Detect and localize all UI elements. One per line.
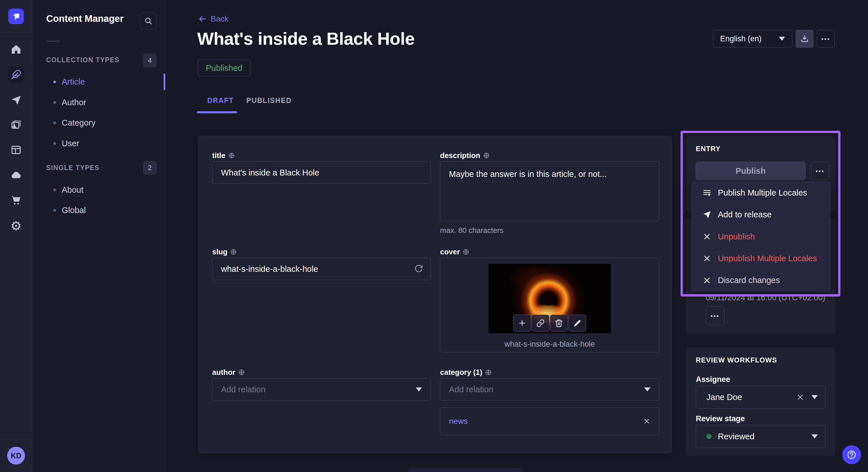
list-plus-icon [702,189,712,197]
globe-icon [485,369,492,376]
regenerate-slug-icon[interactable] [414,264,423,274]
active-item-indicator [164,73,165,90]
category-relation-item: news [440,407,659,435]
question-icon [846,449,857,460]
gear-icon: ⚙ [10,220,22,232]
sidebar-item-releases[interactable] [0,92,32,108]
globe-icon [230,248,237,255]
rail-divider-top [0,32,32,33]
chevron-down-icon [415,387,422,392]
scheduled-more-button[interactable]: ••• [706,306,724,325]
sidebar-item-marketplace[interactable] [0,192,32,208]
help-button[interactable] [842,445,861,464]
description-textarea[interactable]: Maybe the answer is in this article, or … [440,162,659,221]
edit-asset-button[interactable] [568,314,586,332]
cloud-icon [10,169,22,181]
subnav-item-about[interactable]: About [32,180,165,200]
menu-item-unpublish-multiple-locales[interactable]: Unpublish Multiple Locales [691,247,830,269]
assignee-combobox[interactable]: Jane Doe [696,386,826,409]
page-title: What's inside a Black Hole [197,29,414,49]
cross-icon [702,276,712,284]
remove-relation-icon[interactable] [643,417,650,425]
stage-status-dot [706,434,712,439]
globe-icon [228,152,235,159]
single-types-heading: SINGLE TYPES [46,164,99,172]
review-stage-select[interactable]: Reviewed [696,425,826,448]
subnav-item-article[interactable]: Article [32,72,165,92]
tab-published[interactable]: PUBLISHED [246,96,291,105]
entry-heading: ENTRY [696,145,720,153]
link-icon [536,319,545,328]
delete-asset-button[interactable] [550,314,568,332]
menu-item-unpublish[interactable]: Unpublish [691,226,830,247]
sidebar-item-content-manager[interactable] [8,67,24,82]
arrow-left-icon [198,14,207,23]
main-nav-rail: ⚙ KD [0,0,32,472]
sidebar-item-media-library[interactable] [0,117,32,133]
slug-input[interactable]: what-s-inside-a-black-hole [212,258,431,280]
menu-item-publish-multiple-locales[interactable]: Publish Multiple Locales [691,182,830,204]
cross-icon [702,255,712,262]
sidebar-item-cloud[interactable] [0,167,32,183]
entry-more-button[interactable]: ••• [811,162,829,180]
bottom-peek-card [408,468,524,472]
review-workflows-heading: REVIEW WORKFLOWS [696,356,777,364]
bullet-icon [53,142,56,145]
globe-icon [463,248,469,255]
rail-divider-bottom [0,440,32,440]
collection-types-heading: COLLECTION TYPES [46,56,119,64]
user-avatar[interactable]: KD [7,447,25,465]
relation-link-news[interactable]: news [449,417,468,426]
strapi-logo [8,9,24,24]
category-relation-select[interactable]: Add relation [440,378,659,401]
copy-link-button[interactable] [532,314,549,332]
add-asset-button[interactable] [513,314,531,332]
cart-icon [11,195,22,206]
download-icon [800,34,809,43]
subnav-item-user[interactable]: User [32,133,165,154]
entry-actions-menu: Publish Multiple Locales Add to release … [691,181,831,292]
clear-assignee-icon[interactable] [797,394,804,401]
subnav-item-global[interactable]: Global [32,200,165,220]
chevron-down-icon [644,387,650,392]
sidebar-item-settings[interactable]: ⚙ [0,218,32,234]
title-field-label: title [212,151,235,160]
export-download-button[interactable] [796,30,813,47]
review-stage-label: Review stage [696,414,745,423]
publish-button[interactable]: Publish [696,162,805,180]
subnav-divider [46,41,59,42]
menu-item-add-to-release[interactable]: Add to release [691,204,830,225]
header-more-button[interactable]: ••• [817,30,835,47]
sidebar-item-content-type-builder[interactable] [0,142,32,158]
ellipsis-icon: ••• [815,168,825,174]
menu-item-discard-changes[interactable]: Discard changes [691,270,830,291]
ellipsis-icon: ••• [821,36,830,42]
cover-field-label: cover [440,247,469,256]
chevron-down-icon [811,395,818,399]
scheduled-date: 09/11/2024 at 16:00 (UTC+02:00) [706,293,825,302]
active-tab-underline [197,111,237,113]
cross-icon [702,233,712,241]
subnav-item-author[interactable]: Author [32,92,165,112]
back-link[interactable]: Back [198,14,228,24]
content-manager-subnav: Content Manager COLLECTION TYPES 4 Artic… [32,0,165,472]
bullet-icon [53,122,56,124]
chevron-down-icon [779,37,785,41]
collection-types-count-badge: 4 [143,54,156,67]
subnav-search-button[interactable] [140,12,157,29]
home-icon [10,43,22,55]
author-relation-select[interactable]: Add relation [212,378,431,401]
tab-draft[interactable]: DRAFT [207,96,234,105]
paper-plane-icon [11,95,22,106]
globe-icon [483,152,490,159]
single-types-count-badge: 2 [143,161,156,174]
sidebar-item-home[interactable] [0,41,32,57]
layout-icon [11,144,22,156]
status-badge: Published [198,60,250,76]
subnav-title: Content Manager [46,13,124,24]
title-input[interactable] [212,162,431,184]
cover-filename: what-s-inside-a-black-hole [440,340,659,349]
bullet-icon [53,209,56,212]
locale-select[interactable]: English (en) [713,30,792,47]
subnav-item-category[interactable]: Category [32,113,165,133]
